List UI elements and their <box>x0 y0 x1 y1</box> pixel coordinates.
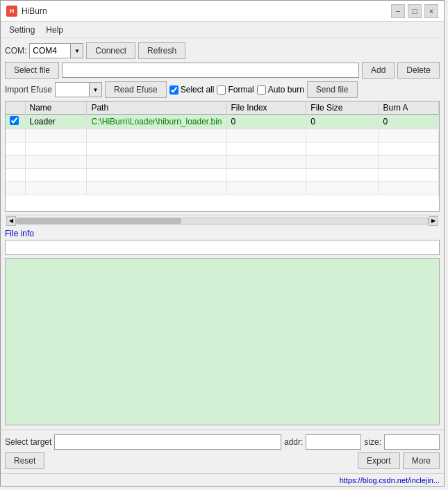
toolbar-row: Import Efuse ▼ Read Efuse Select all For… <box>5 81 440 98</box>
com-row: COM: ▼ Connect Refresh <box>5 42 440 59</box>
col-name: Name <box>25 101 87 115</box>
row-file-size: 0 <box>306 115 379 129</box>
col-path: Path <box>87 101 226 115</box>
refresh-button[interactable]: Refresh <box>138 42 185 59</box>
connect-button[interactable]: Connect <box>86 42 135 59</box>
window-controls: − □ × <box>391 4 438 18</box>
auto-burn-label[interactable]: Auto burn <box>257 85 304 95</box>
scroll-thumb[interactable] <box>17 218 181 224</box>
scroll-left-arrow[interactable]: ◀ <box>6 216 16 226</box>
send-file-button[interactable]: Send file <box>307 81 358 98</box>
row-burn-a: 0 <box>379 115 439 129</box>
bottom-row2: Reset Export More <box>5 452 440 469</box>
com-dropdown-arrow[interactable]: ▼ <box>71 43 83 58</box>
file-info-label: File info <box>5 229 440 238</box>
table-row-empty-3 <box>6 156 439 169</box>
row-path: C:\HiBurn\Loader\hiburn_loader.bin <box>87 115 226 129</box>
row-checkbox[interactable] <box>10 116 19 125</box>
efuse-combo[interactable]: ▼ <box>55 82 102 97</box>
select-file-button[interactable]: Select file <box>5 62 59 79</box>
table-body: Loader C:\HiBurn\Loader\hiburn_loader.bi… <box>6 115 439 195</box>
table-scrollbar[interactable]: ◀ ▶ <box>5 215 440 226</box>
file-table-inner: Name Path File Index File Size Burn A Lo… <box>6 101 439 195</box>
addr-label: addr: <box>284 437 303 447</box>
table-row-empty-2 <box>6 142 439 156</box>
window-title: HiBurn <box>22 6 47 16</box>
efuse-dropdown-arrow[interactable]: ▼ <box>90 82 102 97</box>
formal-checkbox[interactable] <box>217 85 226 95</box>
status-bar: https://blog.csdn.net/inclejin... <box>1 473 444 486</box>
select-all-label[interactable]: Select all <box>169 85 215 95</box>
file-info-section: File info <box>5 229 440 255</box>
select-all-checkbox[interactable] <box>169 85 179 95</box>
addr-input[interactable] <box>306 434 361 450</box>
size-input[interactable] <box>384 434 440 450</box>
file-row: Select file Add Delete <box>5 62 440 79</box>
formal-label[interactable]: Formal <box>217 85 254 95</box>
minimize-button[interactable]: − <box>391 4 405 18</box>
row-check-cell[interactable] <box>6 115 25 129</box>
row-name: Loader <box>25 115 87 129</box>
export-button[interactable]: Export <box>358 452 400 469</box>
select-target-label: Select target <box>5 437 51 447</box>
title-bar: H HiBurn − □ × <box>1 1 444 22</box>
menu-help[interactable]: Help <box>40 24 69 36</box>
menu-setting[interactable]: Setting <box>3 24 40 36</box>
size-label: size: <box>364 437 381 447</box>
table-row-empty-5 <box>6 182 439 195</box>
table-row-empty-1 <box>6 129 439 142</box>
reset-button[interactable]: Reset <box>5 452 44 469</box>
file-path-input[interactable] <box>62 63 359 78</box>
target-input[interactable] <box>54 434 281 450</box>
status-url: https://blog.csdn.net/inclejin... <box>340 476 440 484</box>
col-burn-a: Burn A <box>379 101 439 115</box>
file-info-input[interactable] <box>5 240 440 255</box>
more-button[interactable]: More <box>403 452 440 469</box>
com-input[interactable] <box>29 43 71 58</box>
bottom-row1: Select target addr: size: <box>5 434 440 450</box>
add-button[interactable]: Add <box>362 62 395 79</box>
scroll-track[interactable] <box>16 218 429 224</box>
file-table: Name Path File Index File Size Burn A Lo… <box>5 101 440 212</box>
menu-bar: Setting Help <box>1 22 444 38</box>
col-file-size: File Size <box>306 101 379 115</box>
scroll-right-arrow[interactable]: ▶ <box>429 216 438 226</box>
table-header: Name Path File Index File Size Burn A <box>6 101 439 115</box>
bottom-bar: Select target addr: size: Reset Export M… <box>1 430 444 473</box>
app-icon: H <box>6 6 17 17</box>
table-row-empty-4 <box>6 169 439 182</box>
col-check <box>6 101 25 115</box>
title-bar-left: H HiBurn <box>6 6 47 17</box>
maximize-button[interactable]: □ <box>408 4 422 18</box>
efuse-input[interactable] <box>55 82 90 97</box>
com-label: COM: <box>5 46 26 56</box>
close-button[interactable]: × <box>424 4 438 18</box>
row-file-index: 0 <box>226 115 306 129</box>
table-row: Loader C:\HiBurn\Loader\hiburn_loader.bi… <box>6 115 439 129</box>
log-area <box>5 258 440 425</box>
import-efuse-label: Import Efuse <box>5 85 52 95</box>
com-combo[interactable]: ▼ <box>29 43 83 58</box>
delete-button[interactable]: Delete <box>397 62 440 79</box>
col-file-index: File Index <box>226 101 306 115</box>
read-efuse-button[interactable]: Read Efuse <box>105 81 167 98</box>
auto-burn-checkbox[interactable] <box>257 85 266 95</box>
